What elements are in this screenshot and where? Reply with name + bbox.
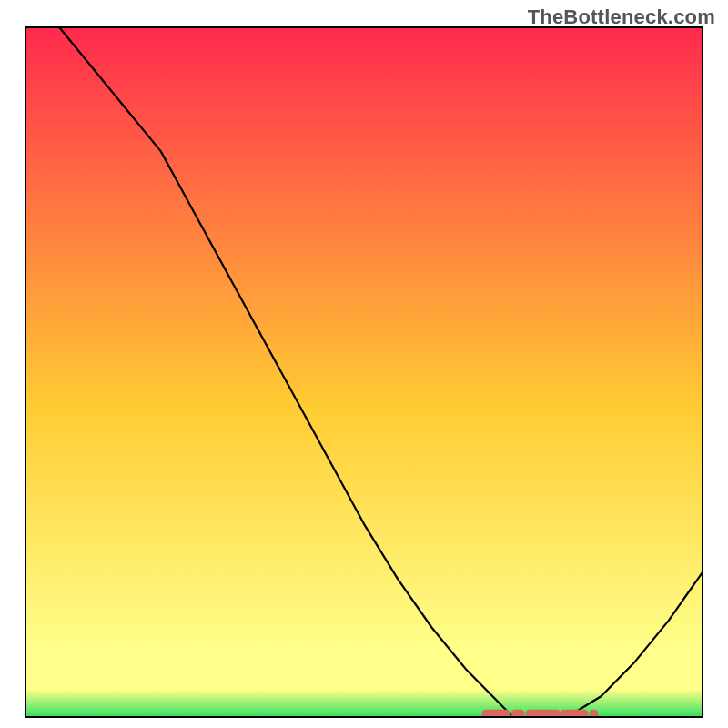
chart-container: TheBottleneck.com [0,0,728,728]
bottleneck-chart [0,0,728,728]
svg-rect-0 [25,27,703,717]
